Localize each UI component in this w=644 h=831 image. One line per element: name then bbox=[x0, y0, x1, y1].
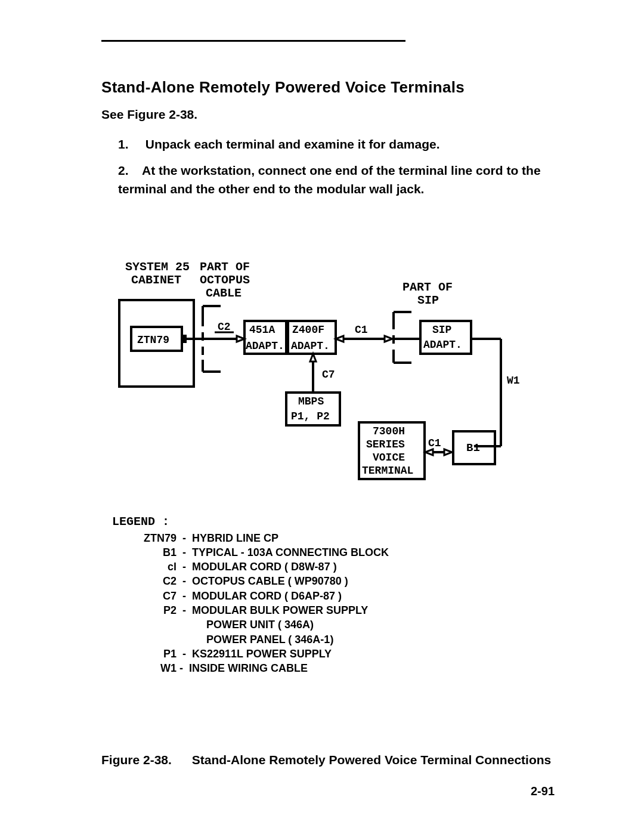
label-sip: SIP bbox=[417, 294, 439, 307]
legend-row: P1 - KS22911L POWER SUPPLY bbox=[135, 647, 555, 661]
diagram-container: SYSTEM 25 CABINET PART OF OCTOPUS CABLE … bbox=[101, 258, 555, 676]
label-adapt: ADAPT. bbox=[246, 340, 284, 352]
legend-key: C7 bbox=[135, 589, 177, 603]
label-c1a: C1 bbox=[355, 324, 368, 336]
legend-row: W1 - INSIDE WIRING CABLE bbox=[135, 661, 555, 675]
legend-key: W1 bbox=[135, 661, 177, 675]
label-w1: W1 bbox=[507, 375, 520, 387]
label-451a: 451A bbox=[249, 324, 275, 336]
page-header: INSTALLATION bbox=[101, 30, 555, 45]
legend-key: P2 bbox=[135, 603, 177, 617]
legend-subrow: POWER PANEL ( 346A-1) bbox=[206, 632, 555, 647]
label-partof-oct: PART OF bbox=[200, 260, 250, 274]
legend-desc: OCTOPUS CABLE ( WP90780 ) bbox=[192, 575, 348, 587]
legend-desc: MODULAR CORD ( D6AP-87 ) bbox=[192, 590, 342, 602]
legend-key: P1 bbox=[135, 647, 177, 661]
legend-row: P2 - MODULAR BULK POWER SUPPLY bbox=[135, 603, 555, 617]
label-z400f: Z400F bbox=[292, 324, 324, 336]
legend-title-text: LEGEND : bbox=[112, 514, 169, 530]
figure-number: Figure 2-38. bbox=[101, 753, 172, 767]
figure-title: Stand-Alone Remotely Powered Voice Termi… bbox=[192, 753, 552, 767]
arrowhead-icon bbox=[444, 449, 452, 455]
label-adapt2: ADAPT. bbox=[291, 340, 330, 352]
step-text: Unpack each terminal and examine it for … bbox=[145, 137, 440, 151]
legend-desc: KS22911L POWER SUPPLY bbox=[192, 648, 332, 660]
legend-key: B1 bbox=[135, 545, 177, 560]
legend-desc: MODULAR CORD ( D8W-87 ) bbox=[192, 561, 337, 573]
legend-title: LEGEND : bbox=[112, 514, 555, 530]
label-mbps: MBPS bbox=[298, 396, 324, 407]
label-ztn79: ZTN79 bbox=[137, 334, 169, 346]
label-octopus: OCTOPUS bbox=[200, 273, 250, 287]
see-figure-ref: See Figure 2-38. bbox=[101, 107, 555, 122]
legend-desc: TYPICAL - 103A CONNECTING BLOCK bbox=[192, 546, 389, 558]
section-title: Stand-Alone Remotely Powered Voice Termi… bbox=[101, 78, 555, 97]
legend-key: C2 bbox=[135, 574, 177, 588]
label-p1p2: P1, P2 bbox=[291, 410, 330, 422]
legend-desc: MODULAR BULK POWER SUPPLY bbox=[192, 604, 368, 616]
header-rule bbox=[101, 39, 405, 42]
label-cabinet: CABINET bbox=[131, 273, 181, 287]
legend-row: C2 - OCTOPUS CABLE ( WP90780 ) bbox=[135, 574, 555, 588]
label-terminal1: 7300H bbox=[373, 425, 405, 437]
steps-list: 1. Unpack each terminal and examine it f… bbox=[118, 135, 555, 199]
page-number: 2-91 bbox=[531, 784, 555, 798]
label-sipadapt2: ADAPT. bbox=[423, 339, 462, 351]
label-c1b: C1 bbox=[428, 437, 441, 449]
legend-subrow: POWER UNIT ( 346A) bbox=[206, 617, 555, 632]
legend-row: ZTN79 - HYBRID LINE CP bbox=[135, 531, 555, 545]
label-terminal2: SERIES bbox=[366, 438, 405, 450]
legend: LEGEND : ZTN79 - HYBRID LINE CP B1 - TYP… bbox=[112, 514, 555, 676]
step-text: At the workstation, connect one end of t… bbox=[118, 163, 541, 196]
legend-desc: HYBRID LINE CP bbox=[192, 532, 278, 544]
arrowhead-icon bbox=[385, 336, 392, 342]
label-b1: B1 bbox=[466, 441, 480, 455]
label-c7: C7 bbox=[322, 369, 335, 381]
label-system25: SYSTEM 25 bbox=[125, 260, 190, 274]
connector bbox=[182, 335, 187, 343]
step-item: 1. Unpack each terminal and examine it f… bbox=[118, 135, 555, 154]
step-number: 1. bbox=[118, 135, 142, 154]
label-cable: CABLE bbox=[206, 286, 242, 300]
label-partof-sip: PART OF bbox=[402, 280, 453, 294]
legend-row: cl - MODULAR CORD ( D8W-87 ) bbox=[135, 560, 555, 574]
label-c2: C2 bbox=[218, 321, 231, 333]
arrowhead-icon bbox=[425, 449, 433, 455]
label-sipadapt: SIP bbox=[432, 324, 452, 336]
label-terminal3: VOICE bbox=[373, 452, 405, 464]
step-number: 2. bbox=[118, 161, 142, 180]
connection-diagram: SYSTEM 25 CABINET PART OF OCTOPUS CABLE … bbox=[101, 258, 555, 509]
figure-caption: Figure 2-38. Stand-Alone Remotely Powere… bbox=[101, 753, 555, 767]
legend-desc: INSIDE WIRING CABLE bbox=[189, 662, 308, 674]
step-item: 2.At the workstation, connect one end of… bbox=[118, 161, 555, 199]
legend-row: C7 - MODULAR CORD ( D6AP-87 ) bbox=[135, 589, 555, 603]
legend-row: B1 - TYPICAL - 103A CONNECTING BLOCK bbox=[135, 545, 555, 560]
legend-key: cl bbox=[135, 560, 177, 574]
legend-key: ZTN79 bbox=[135, 531, 177, 545]
label-terminal4: TERMINAL bbox=[362, 465, 413, 477]
